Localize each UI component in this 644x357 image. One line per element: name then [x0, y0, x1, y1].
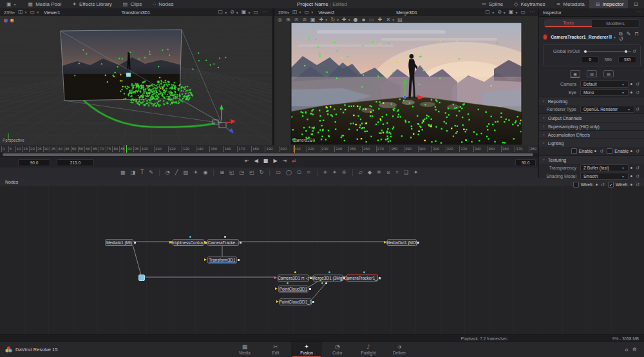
- layout-icon[interactable]: ▭: [305, 10, 310, 15]
- eye-anim-dot[interactable]: [630, 92, 632, 93]
- node-Camera3D1-input[interactable]: [274, 276, 277, 279]
- section-supersampling[interactable]: ›Supersampling (HiQ only): [539, 122, 644, 130]
- gamut-icon[interactable]: [10, 19, 14, 23]
- node-CameraTracker1-output[interactable]: [240, 242, 242, 244]
- node-Camera3D1-view-dot[interactable]: [294, 271, 296, 273]
- node-CameraTracker1_-output[interactable]: [379, 277, 381, 279]
- ab-buffer-icon-chevron[interactable]: ▾: [25, 10, 27, 14]
- current-frame-field[interactable]: 90.0: [515, 159, 536, 166]
- node-graph[interactable]: MediaIn1 (MI)BrightnessContra...CameraTr…: [0, 186, 644, 334]
- lut-icon-chevron[interactable]: ▾: [236, 10, 238, 15]
- hue-curves-tool[interactable]: ▨: [184, 170, 189, 175]
- timeline-scrollbar[interactable]: [0, 153, 538, 157]
- scale-icon-chevron[interactable]: ▾: [348, 17, 350, 22]
- bspline-mask-tool[interactable]: ≈: [307, 170, 311, 175]
- controls-subtab-1[interactable]: ▣: [570, 70, 580, 78]
- text-3d-tool[interactable]: ✦: [413, 170, 418, 175]
- wireframe-aa-reset-icon[interactable]: ↺: [636, 182, 639, 188]
- node-PointCloud3D1-input[interactable]: [275, 287, 278, 290]
- goto-end-button[interactable]: ⇥: [283, 159, 287, 164]
- lock-icon[interactable]: ⊓: [634, 32, 638, 37]
- lighting-enable-checkbox[interactable]: [571, 148, 577, 154]
- clips-button[interactable]: ▤Clips: [117, 0, 146, 8]
- stereo-icon[interactable]: [4, 19, 8, 23]
- global-reset-icon[interactable]: ↺: [632, 49, 636, 54]
- camera-3d-tool[interactable]: ⌗: [395, 170, 399, 175]
- transparency-dropdown[interactable]: Z Buffer (fast)▾: [580, 164, 629, 171]
- shadows-enable-checkbox[interactable]: [607, 148, 612, 154]
- blur-tool[interactable]: ◉: [203, 170, 207, 175]
- renderer-type-reset-icon[interactable]: ↺: [636, 107, 639, 112]
- shadows-reset-icon[interactable]: ↺: [636, 149, 639, 154]
- loop-button[interactable]: ⇄: [292, 159, 296, 164]
- node-CameraTracker1_-input[interactable]: [343, 276, 346, 279]
- paint-tool[interactable]: ✎: [149, 170, 153, 175]
- channel-icon[interactable]: ▣: [242, 10, 247, 15]
- rotate-icon-chevron[interactable]: ▾: [337, 17, 339, 22]
- orbit-icon[interactable]: ⊙: [294, 17, 299, 23]
- brightness-contrast-tool[interactable]: ☀: [193, 170, 198, 175]
- node-Camera3D1[interactable]: Camera3D1 ⊓ ◁: [278, 275, 309, 282]
- viewer1-zoom[interactable]: 23%: [4, 10, 13, 15]
- section-reporting[interactable]: ›Reporting: [539, 97, 644, 105]
- node-MediaOut1[interactable]: MediaOut1 (MO): [387, 239, 417, 246]
- layout-icon-chevron[interactable]: ▾: [37, 10, 39, 14]
- plane-icon[interactable]: ▭: [369, 17, 374, 23]
- node-MediaOut1-output[interactable]: [417, 242, 419, 244]
- node-MediaOut1-input[interactable]: [384, 241, 386, 244]
- wireframe-checkbox[interactable]: [573, 182, 579, 188]
- tab-tools[interactable]: Tools: [545, 20, 592, 27]
- viewer2-zoom[interactable]: 26%: [278, 10, 287, 15]
- page-fusion[interactable]: ✦Fusion: [291, 342, 322, 357]
- nodes-button[interactable]: ∴Nodes: [146, 0, 178, 8]
- global-out-field[interactable]: 385: [618, 56, 636, 63]
- resize-tool[interactable]: ◳: [240, 170, 245, 175]
- node-color-swatch[interactable]: [608, 34, 612, 39]
- merge-3d-tool[interactable]: ⊙: [386, 170, 391, 175]
- wireframe-aa-checkbox[interactable]: ✓: [608, 182, 614, 188]
- rotate-icon[interactable]: ↻: [330, 17, 335, 23]
- ellipse-mask-tool[interactable]: ◯: [286, 170, 292, 175]
- node-BrightnessContrast1[interactable]: BrightnessContra...: [173, 239, 204, 246]
- transparency-reset-icon[interactable]: ↺: [636, 166, 639, 171]
- playhead[interactable]: [126, 145, 127, 153]
- section-output-channels[interactable]: ›Output Channels: [539, 113, 644, 122]
- node-BrightnessContrast1-view-dot[interactable]: [189, 236, 191, 238]
- stop-button[interactable]: ■: [263, 159, 269, 164]
- node-Merge3D1[interactable]: Merge3D1 (3Mg): [313, 275, 343, 282]
- move-icon[interactable]: ✚: [319, 17, 324, 23]
- inspector-button[interactable]: ⊞Inspector: [589, 0, 629, 8]
- node-CameraTracker1_-view-dot[interactable]: [363, 271, 365, 273]
- roi-icon-chevron[interactable]: ▾: [492, 10, 494, 15]
- range-out-field[interactable]: 215.0: [57, 159, 94, 166]
- pivot-icon[interactable]: ●: [354, 17, 358, 23]
- lut-icon[interactable]: ⊘: [230, 10, 234, 15]
- ab-buffer-icon[interactable]: ◫: [292, 10, 298, 15]
- tab-modifiers[interactable]: Modifiers: [592, 20, 639, 27]
- timeline-scrollbar-thumb[interactable]: [3, 153, 533, 156]
- range-in-field[interactable]: 90.0: [18, 159, 50, 166]
- wireframe-reset-icon[interactable]: ↺: [601, 182, 605, 188]
- color-corrector-tool[interactable]: ◔: [166, 170, 170, 175]
- viewer1-name[interactable]: Viewer1: [44, 10, 60, 15]
- particle-emitter-tool[interactable]: ✳: [323, 170, 328, 175]
- spotlight-3d-tool[interactable]: ✛: [377, 170, 381, 175]
- node-color-chevron[interactable]: ▾: [614, 35, 616, 39]
- viewer-menu-icon[interactable]: ⋯: [529, 10, 535, 15]
- channel-icon-chevron[interactable]: ▾: [248, 10, 250, 15]
- shading-model-reset-icon[interactable]: ↺: [636, 174, 639, 179]
- snap-icon[interactable]: ▪: [362, 17, 365, 23]
- shape-3d-tool[interactable]: ◆: [368, 170, 372, 175]
- expand-icon[interactable]: ▭: [520, 10, 526, 15]
- transform-tool[interactable]: ⊞: [220, 170, 224, 175]
- project-manager-icon[interactable]: ⌂: [625, 347, 629, 352]
- eye-reset-icon[interactable]: ↺: [636, 90, 639, 95]
- roi-icon[interactable]: ▢: [486, 10, 491, 15]
- metadata-button[interactable]: ≡Metadata: [550, 0, 589, 8]
- viewer2-zoom-chevron[interactable]: ▾: [287, 10, 289, 15]
- step-forward-button[interactable]: ▶: [273, 159, 277, 164]
- camera-anim-dot[interactable]: [630, 83, 632, 85]
- node-CameraTracker1_[interactable]: CameraTracker1_...: [346, 275, 378, 282]
- section-lighting[interactable]: ›Lighting: [539, 139, 644, 147]
- node-BrightnessContrast1-input[interactable]: [169, 241, 172, 244]
